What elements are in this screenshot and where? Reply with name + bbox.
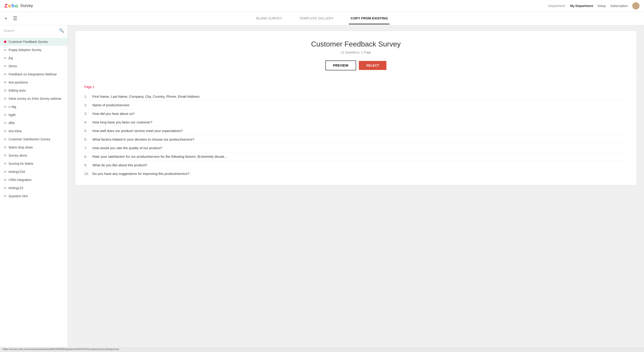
survey-item[interactable]: Puppy Adoption Survey (0, 46, 68, 54)
logo-o2: o (15, 3, 18, 9)
search-input[interactable] (4, 29, 59, 32)
survey-item-label: Inline survey on Zoho Survey webinar (8, 97, 62, 100)
search-box: 🔍 (0, 25, 68, 36)
survey-dot (4, 73, 6, 75)
survey-dot (4, 154, 6, 157)
logo-o: o (8, 3, 11, 9)
survey-item[interactable]: CRM Integration (0, 176, 68, 184)
question-text: How would you rate the quality of our pr… (92, 146, 628, 150)
menu-button[interactable]: ☰ (11, 14, 19, 23)
survey-dot (4, 163, 6, 165)
question-number: 3. (84, 112, 90, 116)
survey-dot (4, 138, 6, 140)
survey-item[interactable]: Demo (0, 62, 68, 70)
question-text: How well does our product/ service meet … (92, 129, 628, 133)
survey-item[interactable]: hjgfd (0, 111, 68, 119)
list-item: 5.How well does our product/ service mee… (84, 127, 628, 135)
survey-dot (4, 187, 6, 189)
survey-item-label: test questions (8, 81, 28, 84)
question-text: Name of product/service: (92, 103, 628, 107)
survey-item[interactable]: c vbg (0, 103, 68, 111)
survey-item-label: Editing tests (8, 89, 26, 92)
add-survey-button[interactable]: + (3, 14, 9, 23)
subscription-link[interactable]: Subscription (610, 4, 628, 8)
survey-item-label: test inline (8, 129, 22, 133)
survey-dot (4, 41, 6, 43)
survey-item[interactable]: Question Hint (0, 192, 68, 200)
tab-copy-from-existing[interactable]: COPY FROM EXISTING (349, 13, 390, 24)
survey-item-label: c vbg (8, 105, 16, 109)
list-item: 6.What factors helped in your decision t… (84, 135, 628, 144)
sidebar: 🔍 Customer Feedback SurveyPuppy Adoption… (0, 25, 68, 352)
survey-item[interactable]: Survey demo (0, 151, 68, 160)
question-text: What do you like about this product? (92, 163, 628, 167)
survey-item[interactable]: testing123 (0, 184, 68, 192)
question-number: 4. (84, 120, 90, 124)
survey-item-label: Survey demo (8, 154, 27, 157)
survey-card-title: Customer Feedback Survey (84, 40, 628, 48)
survey-dot (4, 179, 6, 181)
survey-dot (4, 114, 6, 116)
survey-item[interactable]: Matrix drop down (0, 143, 68, 151)
survey-item-label: Puppy Adoption Survey (8, 48, 42, 52)
survey-item[interactable]: Inline survey on Zoho Survey webinar (0, 95, 68, 103)
survey-item-label: CRM Integration (8, 178, 32, 182)
logo-area: Z o h o Survey (4, 3, 33, 9)
survey-item-label: dfhb (8, 121, 15, 125)
survey-dot (4, 49, 6, 51)
preview-button[interactable]: PREVIEW (326, 60, 356, 70)
survey-item[interactable]: jhg (0, 54, 68, 62)
list-item: 7.How would you rate the quality of our … (84, 144, 628, 152)
survey-item-label: testing1234 (8, 170, 25, 174)
list-item: 9.What do you like about this product? (84, 161, 628, 170)
survey-card: Customer Feedback Survey 12 Questions, 1… (75, 31, 637, 185)
survey-meta: 12 Questions, 1 Page (84, 50, 628, 54)
question-text: How long have you been our customer? (92, 120, 628, 124)
survey-item[interactable]: Customer Feedback Survey (0, 38, 68, 46)
question-number: 8. (84, 155, 90, 158)
survey-item[interactable]: Customer Satisfaction Survey (0, 135, 68, 143)
question-text: Rate your satisfaction for our product/s… (92, 155, 628, 158)
survey-item[interactable]: Editing tests (0, 86, 68, 95)
question-text: Do you have any suggestions for improvin… (92, 172, 628, 176)
list-item: 1.First Name, Last Name, Company, City, … (84, 92, 628, 101)
question-number: 6. (84, 137, 90, 141)
search-icon[interactable]: 🔍 (59, 28, 64, 33)
survey-item[interactable]: testing1234 (0, 168, 68, 176)
survey-dot (4, 89, 6, 92)
question-number: 9. (84, 163, 90, 167)
setup-link[interactable]: Setup (598, 4, 606, 8)
question-number: 10. (84, 172, 90, 176)
list-item: 8.Rate your satisfaction for our product… (84, 152, 628, 161)
survey-detail: Page 1 1.First Name, Last Name, Company,… (75, 78, 636, 185)
tab-template-gallery[interactable]: TEMPLATE GALLERY (297, 13, 335, 24)
question-list: 1.First Name, Last Name, Company, City, … (84, 92, 628, 178)
survey-dot (4, 195, 6, 197)
list-item: 3.How did you hear about us? (84, 109, 628, 118)
question-text: How did you hear about us? (92, 112, 628, 116)
select-button[interactable]: SELECT (359, 61, 386, 70)
tab-blank-survey[interactable]: BLANK SURVEY (254, 13, 284, 24)
survey-item[interactable]: test inline (0, 127, 68, 135)
list-item: 4.How long have you been our customer? (84, 118, 628, 127)
page-label: Page 1 (84, 85, 628, 89)
survey-item[interactable]: Feedback on Integrations Webinar (0, 70, 68, 78)
survey-dot (4, 130, 6, 132)
survey-item-label: Demo (8, 64, 17, 68)
survey-dot (4, 171, 6, 173)
survey-item-label: Customer Satisfaction Survey (8, 137, 50, 141)
survey-item[interactable]: dfhb (0, 119, 68, 127)
survey-dot (4, 65, 6, 67)
survey-item-label: Feedback on Integrations Webinar (8, 72, 57, 76)
question-text: First Name, Last Name, Company, City, Co… (92, 95, 628, 98)
department-select[interactable]: My Department (570, 4, 593, 8)
survey-item[interactable]: Scoring for Matrix (0, 160, 68, 168)
survey-item-label: testing123 (8, 186, 23, 190)
survey-dot (4, 81, 6, 83)
toolbar: + ☰ BLANK SURVEY TEMPLATE GALLERY COPY F… (0, 12, 644, 25)
survey-item[interactable]: test questions (0, 78, 68, 86)
avatar[interactable] (632, 2, 640, 9)
survey-item-label: hjgfd (8, 113, 15, 117)
top-nav: Z o h o Survey Department: My Department… (0, 0, 644, 12)
survey-header: Customer Feedback Survey 12 Questions, 1… (75, 31, 636, 78)
